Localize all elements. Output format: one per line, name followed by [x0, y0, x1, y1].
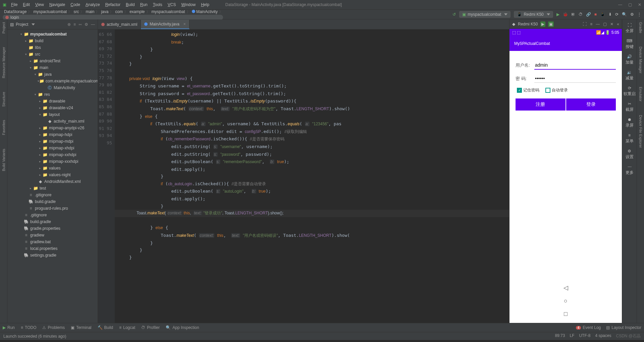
tree-node[interactable]: 🐘build.gradle — [7, 198, 98, 205]
sync2-icon[interactable]: ⟳ — [615, 12, 619, 17]
tree-node[interactable]: ▸📁androidTest — [7, 58, 98, 64]
emul-side-2[interactable]: 🔊加量 — [624, 53, 636, 67]
password-input[interactable] — [534, 74, 616, 83]
layout-inspector[interactable]: ▤ Layout Inspector — [606, 325, 641, 330]
menu-help[interactable]: Help — [198, 2, 212, 7]
tree-node[interactable]: ▸📁drawable-v24 — [7, 105, 98, 111]
emul-side-8[interactable]: ⚙设置 — [624, 147, 636, 161]
left-tool-resourcemgr[interactable]: Resource Manager — [2, 47, 6, 78]
right-tool-devmgr[interactable]: Device Manager — [639, 47, 643, 73]
device-dropdown[interactable]: 📱Redmi K50 — [514, 11, 553, 18]
tree-node[interactable]: ▾📁java — [7, 71, 98, 78]
coverage-icon[interactable]: ⛨ — [571, 12, 575, 17]
attach-icon[interactable]: 🔗 — [586, 12, 591, 17]
tree-node[interactable]: ▾📁myspactualcombat — [7, 31, 98, 38]
tree-node[interactable]: ▾📁layout — [7, 111, 98, 118]
tree-node[interactable]: ≡.gitignore — [7, 192, 98, 198]
left-tool-favorites[interactable]: Favorites — [2, 120, 6, 135]
emul-side-7[interactable]: ≡菜单 — [624, 132, 636, 145]
search-icon[interactable]: 🔍 — [622, 12, 627, 17]
emulator-run-icon[interactable]: ▶ — [540, 21, 545, 27]
emulator-collapse-icon[interactable]: « — [617, 22, 619, 26]
tree-node[interactable]: 🐘settings.gradle — [7, 252, 98, 259]
bottom-appinspection[interactable]: 🔍 App Inspection — [166, 325, 199, 330]
right-tool-emulator[interactable]: Emulator — [639, 87, 643, 101]
code-editor[interactable]: 65 66 67 68 69 70 71 72 73 74 75 76 77 7… — [98, 29, 509, 323]
emul-side-3[interactable]: 🔉减量 — [624, 69, 636, 82]
tree-node[interactable]: ▸📁values — [7, 165, 98, 172]
tree-node[interactable]: ▸📁mipmap-mdpi — [7, 138, 98, 145]
left-tool-buildvariants[interactable]: Build Variants — [2, 149, 6, 171]
right-tool-fileexplorer[interactable]: Device File Explorer — [639, 115, 643, 148]
bottom-build[interactable]: 🔨 Build — [98, 325, 113, 330]
menu-vcs[interactable]: VCS — [165, 2, 179, 7]
expand-icon[interactable]: ≡ — [73, 22, 76, 27]
gear-icon[interactable]: ⚙ — [85, 22, 88, 27]
indent[interactable]: 4 spaces — [595, 333, 611, 339]
nav-back-icon[interactable]: ◁ — [564, 284, 568, 291]
tree-node[interactable]: ≡.gitignore — [7, 212, 98, 218]
minimize-icon[interactable]: ― — [618, 2, 622, 7]
bottom-logcat[interactable]: ≡ Logcat — [119, 325, 135, 330]
profile-icon[interactable]: ⏱ — [579, 12, 583, 17]
menu-navigate[interactable]: Navigate — [47, 2, 68, 7]
menu-analyze[interactable]: Analyze — [83, 2, 103, 7]
breadcrumb-item[interactable]: example — [128, 9, 146, 14]
tree-node[interactable]: ▸📁mipmap-xxhdpi — [7, 151, 98, 158]
encoding[interactable]: UTF-8 — [579, 333, 590, 339]
breadcrumb-item[interactable]: myspactualcombat — [150, 9, 186, 14]
locate-icon[interactable]: ⊕ — [67, 22, 71, 27]
tree-node[interactable]: ≡gradlew — [7, 232, 98, 238]
editor-tab[interactable]: MainActivity.java × — [141, 20, 190, 29]
bottom-profiler[interactable]: ⏱ Profiler — [141, 325, 160, 330]
tree-node[interactable]: ≡gradlew.bat — [7, 238, 98, 245]
breadcrumb-item[interactable]: main — [84, 9, 96, 14]
emulator-min-icon[interactable]: ― — [596, 22, 600, 26]
emul-side-0[interactable]: ⛶全屏 — [624, 21, 636, 35]
menu-file[interactable]: File — [8, 2, 20, 7]
debug-icon[interactable]: 🐞 — [563, 12, 568, 17]
emulator-menu-icon[interactable]: ≡ — [590, 22, 592, 26]
tree-node[interactable]: 📁libs — [7, 44, 98, 51]
tree-node[interactable]: ◆activity_main.xml — [7, 118, 98, 125]
project-tree[interactable]: ▾📁myspactualcombat▸📁build📁libs▾📁src▸📁and… — [7, 29, 98, 323]
tree-node[interactable]: ▸📁mipmap-hdpi — [7, 131, 98, 138]
run-config-dropdown[interactable]: ▣myspactualcombat — [459, 11, 511, 18]
breadcrumb-item[interactable]: com — [114, 9, 124, 14]
tree-node[interactable]: ▸📁values-night — [7, 172, 98, 178]
emul-side-9[interactable]: ⋯更多 — [624, 163, 636, 177]
line-ending[interactable]: LF — [570, 333, 574, 339]
run-icon[interactable]: ▶ — [556, 12, 559, 17]
tree-node[interactable]: ▾📁res — [7, 91, 98, 98]
menu-view[interactable]: View — [33, 2, 47, 7]
bottom-terminal[interactable]: ▣ Terminal — [71, 325, 91, 330]
menu-build[interactable]: Build — [123, 2, 138, 7]
event-log[interactable]: 4Event Log — [576, 325, 601, 330]
project-panel-title[interactable]: Project — [16, 22, 28, 27]
close-icon[interactable]: ✕ — [638, 2, 641, 7]
left-tool-structure[interactable]: Structure — [2, 92, 6, 107]
tree-node[interactable]: ▸📁mipmap-xhdpi — [7, 145, 98, 151]
menu-run[interactable]: Run — [138, 2, 150, 7]
tab-close-icon[interactable]: × — [183, 22, 186, 26]
avd-icon[interactable]: 📱 — [600, 12, 605, 17]
project-dropdown-icon[interactable] — [32, 23, 35, 25]
menu-refactor[interactable]: Refactor — [103, 2, 123, 7]
tree-node[interactable]: ▸📁mipmap-anydpi-v26 — [7, 125, 98, 131]
emulator-close-icon[interactable]: ✕ — [610, 22, 613, 26]
emulator-screenshot-icon[interactable]: ▣ — [548, 21, 554, 27]
tree-node[interactable]: ▾📁src — [7, 51, 98, 58]
emulator-max-icon[interactable]: ▢ — [603, 22, 607, 26]
tree-node[interactable]: ▸📁mipmap-xxxhdpi — [7, 158, 98, 165]
nav-home-icon[interactable]: ○ — [564, 297, 568, 304]
tree-node[interactable]: ≡local.properties — [7, 245, 98, 252]
breadcrumb-item[interactable]: src — [72, 9, 80, 14]
menu-tools[interactable]: Tools — [150, 2, 165, 7]
menu-window[interactable]: Window — [178, 2, 198, 7]
emul-side-1[interactable]: ⌨按键 — [624, 37, 636, 51]
tree-node[interactable]: ▸📁test — [7, 185, 98, 192]
collapse-icon[interactable]: ⇿ — [78, 22, 82, 27]
tree-node[interactable]: 🐘build.gradle — [7, 218, 98, 225]
emul-side-5[interactable]: ✂截屏 — [624, 100, 636, 114]
tree-node[interactable]: ≡proguard-rules.pro — [7, 205, 98, 212]
